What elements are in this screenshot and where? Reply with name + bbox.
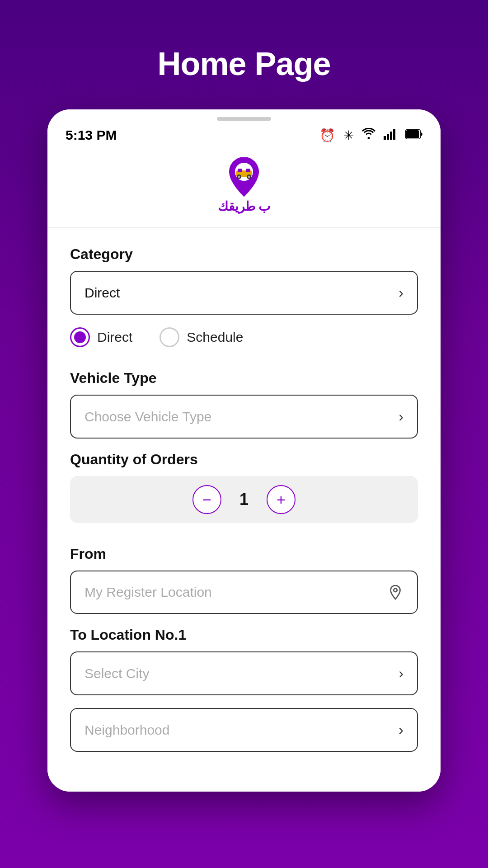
- radio-schedule-circle[interactable]: [160, 327, 179, 347]
- select-city-placeholder: Select City: [84, 666, 149, 681]
- status-bar: 5:13 PM ⏰ ✳: [47, 123, 441, 147]
- quantity-control: − 1 +: [70, 476, 418, 523]
- page-title: Home Page: [18, 45, 470, 82]
- quantity-section: Quantity of Orders − 1 +: [70, 451, 418, 523]
- select-city-dropdown[interactable]: Select City ›: [70, 651, 418, 695]
- radio-direct[interactable]: Direct: [70, 327, 132, 347]
- phone-pill: [217, 117, 271, 121]
- svg-point-10: [238, 176, 240, 178]
- svg-rect-0: [384, 136, 386, 140]
- bluetooth-icon: ✳: [343, 128, 354, 143]
- wifi-icon: [362, 128, 375, 143]
- app-logo-area: ب طريقك: [47, 147, 441, 228]
- phone-notch: [47, 109, 441, 123]
- signal-icon: [384, 128, 397, 143]
- app-name: ب طريقك: [218, 199, 271, 214]
- vehicle-type-dropdown[interactable]: Choose Vehicle Type ›: [70, 395, 418, 439]
- from-label: From: [70, 546, 418, 562]
- vehicle-type-placeholder: Choose Vehicle Type: [84, 409, 211, 425]
- category-value: Direct: [84, 285, 120, 301]
- quantity-minus-button[interactable]: −: [192, 485, 221, 514]
- vehicle-chevron-icon: ›: [399, 408, 404, 425]
- neighborhood-dropdown[interactable]: Neighborhood ›: [70, 708, 418, 752]
- status-icons: ⏰ ✳: [319, 128, 422, 143]
- quantity-value: 1: [221, 490, 267, 509]
- radio-direct-circle[interactable]: [70, 327, 90, 347]
- svg-rect-2: [390, 132, 392, 140]
- from-field[interactable]: My Register Location: [70, 571, 418, 614]
- category-dropdown[interactable]: Direct ›: [70, 271, 418, 315]
- quantity-label: Quantity of Orders: [70, 451, 418, 468]
- page-title-area: Home Page: [0, 0, 488, 109]
- app-logo: [226, 156, 262, 197]
- svg-rect-12: [238, 169, 242, 172]
- battery-icon: [405, 128, 422, 142]
- phone-frame: 5:13 PM ⏰ ✳: [47, 109, 441, 792]
- vehicle-type-label: Vehicle Type: [70, 370, 418, 387]
- neighborhood-placeholder: Neighborhood: [84, 722, 169, 738]
- location-pin-icon: [387, 584, 404, 600]
- radio-group: Direct Schedule: [70, 327, 418, 347]
- form-content: Category Direct › Direct Schedule Vehicl…: [47, 228, 441, 792]
- svg-point-11: [248, 176, 250, 178]
- category-label: Category: [70, 246, 418, 263]
- radio-direct-label: Direct: [97, 330, 132, 345]
- city-chevron-icon: ›: [399, 665, 404, 682]
- from-placeholder: My Register Location: [84, 585, 212, 600]
- status-time: 5:13 PM: [66, 127, 117, 143]
- svg-rect-13: [246, 169, 250, 172]
- alarm-icon: ⏰: [319, 128, 335, 143]
- category-chevron-icon: ›: [399, 284, 404, 301]
- svg-rect-3: [393, 129, 395, 140]
- to-location-label: To Location No.1: [70, 627, 418, 643]
- neighborhood-chevron-icon: ›: [399, 722, 404, 738]
- quantity-plus-button[interactable]: +: [267, 485, 296, 514]
- svg-rect-5: [406, 130, 419, 138]
- svg-rect-1: [387, 134, 389, 140]
- radio-schedule-label: Schedule: [187, 330, 243, 345]
- radio-schedule[interactable]: Schedule: [160, 327, 243, 347]
